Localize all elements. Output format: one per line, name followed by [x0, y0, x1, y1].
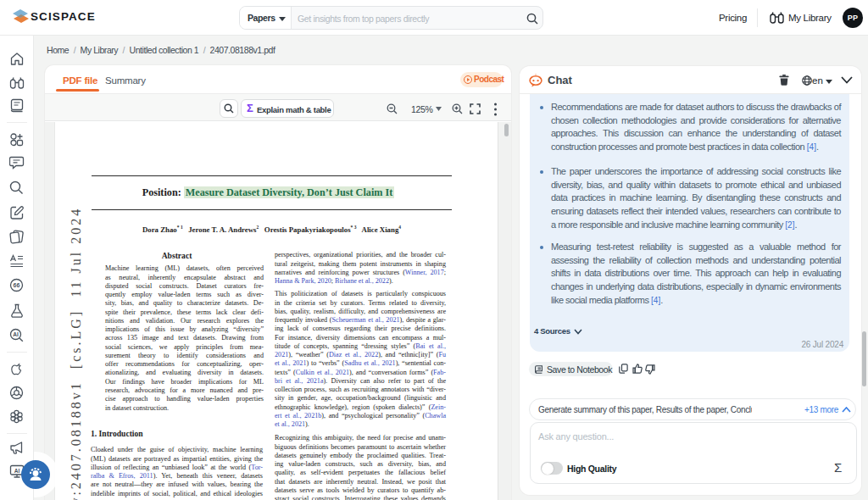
svg-text:66: 66: [14, 282, 20, 288]
svg-text:AI: AI: [14, 468, 20, 474]
svg-text:AI: AI: [13, 331, 19, 337]
